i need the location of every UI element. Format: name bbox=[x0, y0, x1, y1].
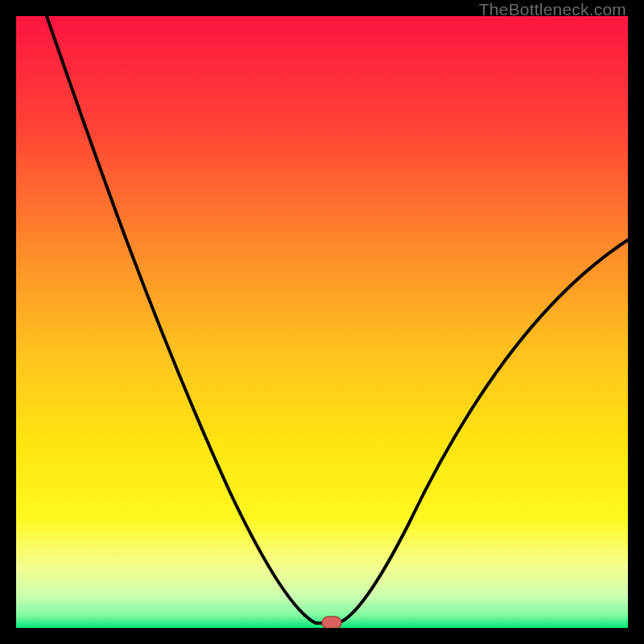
chart-svg bbox=[16, 16, 628, 628]
watermark-text: TheBottleneck.com bbox=[479, 0, 626, 19]
plot-area bbox=[16, 16, 628, 628]
minimum-marker bbox=[322, 617, 341, 628]
chart-frame: TheBottleneck.com bbox=[0, 0, 644, 644]
